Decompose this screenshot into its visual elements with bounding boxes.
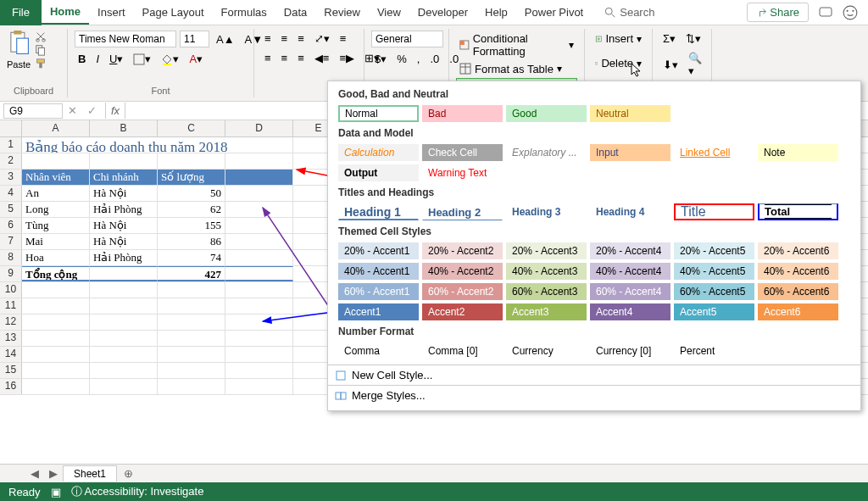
wrap-text-icon[interactable]: ≡ [337,31,350,47]
tab-formulas[interactable]: Formulas [213,1,275,24]
row-header[interactable]: 6 [0,218,22,233]
increase-decimal-icon[interactable]: .0 [426,51,442,67]
align-top-icon[interactable]: ≡ [261,31,275,47]
font-size-select[interactable] [180,31,209,47]
comma-icon[interactable]: , [414,51,424,67]
cell[interactable]: Hải Phòng [90,250,158,265]
style-accent[interactable]: Accent6 [758,303,838,320]
style-output[interactable]: Output [338,164,419,181]
style-accent[interactable]: 60% - Accent5 [674,283,754,300]
style-accent[interactable]: 60% - Accent4 [590,283,670,300]
add-sheet-button[interactable]: ⊕ [117,465,140,482]
search-box[interactable]: Search [604,6,654,19]
style-accent[interactable]: 60% - Accent2 [422,283,503,300]
row-header[interactable]: 13 [0,331,22,346]
style-title[interactable]: Title [674,203,754,220]
comments-icon[interactable] [819,6,832,19]
name-box[interactable] [3,103,63,119]
style-accent[interactable]: 60% - Accent3 [506,283,587,300]
merge-styles-button[interactable]: Merge Styles... [328,385,860,405]
style-accent[interactable]: 60% - Accent6 [758,283,838,300]
sheet-nav-icon[interactable]: ◀ [25,467,44,480]
format-painter-icon[interactable] [34,58,47,70]
style-accent[interactable]: Accent5 [674,303,754,320]
decrease-indent-icon[interactable]: ◀≡ [311,50,333,66]
account-icon[interactable] [843,5,858,20]
cell[interactable]: 50 [158,186,225,201]
row-header[interactable]: 7 [0,234,22,249]
style-accent[interactable]: 20% - Accent5 [674,242,754,259]
style-accent[interactable]: Accent4 [590,303,670,320]
sheet-tab[interactable]: Sheet1 [63,465,117,482]
row-header[interactable]: 2 [0,153,22,169]
style-accent[interactable]: 20% - Accent4 [590,242,670,259]
align-middle-icon[interactable]: ≡ [278,31,292,47]
tab-powerpivot[interactable]: Power Pivot [516,1,592,24]
orientation-icon[interactable]: ⤢▾ [311,31,333,47]
cell[interactable]: Long [22,202,90,217]
share-button[interactable]: Share [747,3,809,22]
row-header[interactable]: 3 [0,170,22,185]
style-accent[interactable]: 40% - Accent5 [674,263,754,280]
tab-help[interactable]: Help [476,1,516,24]
style-accent[interactable]: 20% - Accent3 [506,242,587,259]
row-header[interactable]: 12 [0,315,22,330]
autosum-icon[interactable]: Σ▾ [659,31,679,47]
borders-button[interactable]: ▾ [130,51,154,67]
align-right-icon[interactable]: ≡ [294,50,308,66]
align-bottom-icon[interactable]: ≡ [294,31,308,47]
conditional-formatting-button[interactable]: Conditional Formatting ▾ [456,31,577,59]
macro-record-icon[interactable]: ▣ [51,486,61,498]
tab-view[interactable]: View [369,1,409,24]
style-neutral[interactable]: Neutral [590,105,670,122]
row-header[interactable]: 16 [0,379,22,394]
cell[interactable]: Hải Phòng [90,202,158,217]
tab-home[interactable]: Home [42,0,89,25]
tab-data[interactable]: Data [275,1,315,24]
col-header-b[interactable]: B [90,120,158,136]
tab-pagelayout[interactable]: Page Layout [134,1,213,24]
style-accent[interactable]: 40% - Accent6 [758,263,838,280]
style-accent[interactable]: 20% - Accent6 [758,242,838,259]
style-linked-cell[interactable]: Linked Cell [674,144,754,161]
style-input[interactable]: Input [590,144,670,161]
format-as-table-button[interactable]: Format as Table ▾ [456,61,577,77]
style-note[interactable]: Note [758,144,838,161]
row-header[interactable]: 15 [0,363,22,378]
select-all-corner[interactable] [0,120,22,136]
find-icon[interactable]: 🔍▾ [685,50,705,79]
style-heading4[interactable]: Heading 4 [590,203,670,220]
file-menu[interactable]: File [0,0,42,25]
row-header[interactable]: 11 [0,298,22,314]
style-warning[interactable]: Warning Text [422,164,503,181]
cell[interactable]: An [22,186,90,201]
accessibility-status[interactable]: ⓘ Accessibility: Investigate [71,484,204,499]
cell[interactable]: 74 [158,250,225,265]
cell[interactable]: Nhân viên [22,170,90,185]
sheet-nav-icon[interactable]: ▶ [44,467,63,480]
style-good[interactable]: Good [506,105,587,122]
percent-icon[interactable]: % [393,51,410,67]
style-accent[interactable]: 40% - Accent2 [422,263,503,280]
row-header[interactable]: 5 [0,202,22,217]
cell[interactable]: Bảng báo cáo doanh thu năm 2018 [22,137,293,153]
row-header[interactable]: 1 [0,137,22,153]
row-header[interactable]: 4 [0,186,22,201]
style-comma[interactable]: Comma [338,342,419,359]
bold-button[interactable]: B [75,51,89,67]
align-center-icon[interactable]: ≡ [278,50,292,66]
cell[interactable]: Tùng [22,218,90,233]
enter-formula-icon[interactable]: ✓ [82,104,102,117]
increase-font-icon[interactable]: A▲ [213,31,238,47]
style-currency0[interactable]: Currency [0] [590,342,670,359]
new-cell-style-button[interactable]: New Cell Style... [328,365,860,385]
cell[interactable]: 155 [158,218,225,233]
cell[interactable]: Hà Nội [90,234,158,249]
copy-icon[interactable] [34,44,47,56]
italic-button[interactable]: I [92,51,103,67]
cell[interactable]: 427 [158,266,225,281]
style-percent[interactable]: Percent [674,342,754,359]
align-left-icon[interactable]: ≡ [261,50,275,66]
tab-developer[interactable]: Developer [409,1,476,24]
number-format-select[interactable] [371,31,443,47]
